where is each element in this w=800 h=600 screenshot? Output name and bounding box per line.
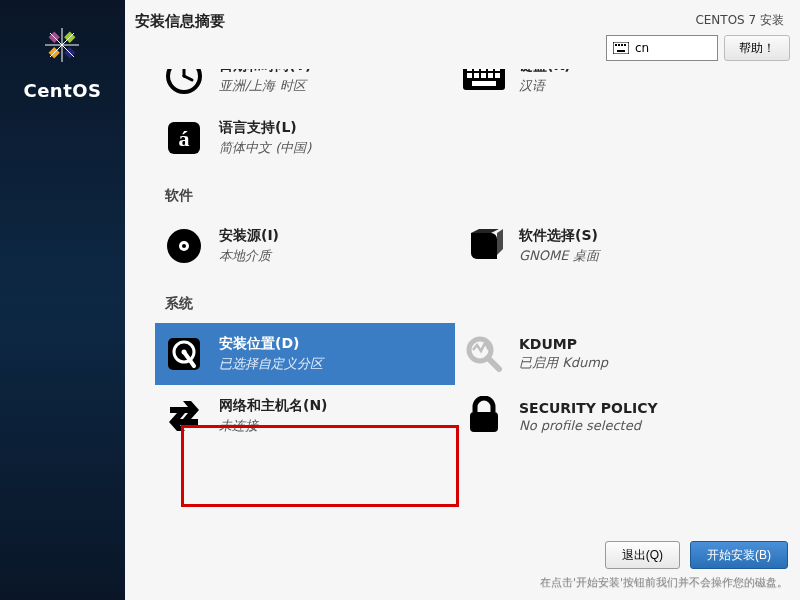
spoke-sub: No profile selected <box>519 418 658 433</box>
clock-icon <box>161 69 207 99</box>
svg-point-33 <box>182 244 186 248</box>
footer-hint: 在点击'开始安装'按钮前我们并不会操作您的磁盘。 <box>125 575 788 590</box>
svg-rect-17 <box>463 69 505 90</box>
spoke-sub: 简体中文 (中国) <box>219 139 311 157</box>
svg-rect-21 <box>488 69 493 71</box>
section-system: 系统 <box>165 295 790 313</box>
product-label: CENTOS 7 安装 <box>606 12 790 29</box>
help-button[interactable]: 帮助！ <box>724 35 790 61</box>
logo: CentOS <box>23 20 101 101</box>
page-title: 安装信息摘要 <box>135 12 606 31</box>
svg-rect-27 <box>495 73 500 78</box>
spoke-sub: 本地介质 <box>219 247 279 265</box>
svg-rect-28 <box>472 81 496 86</box>
spoke-sub: 汉语 <box>519 77 571 95</box>
svg-line-38 <box>488 358 499 369</box>
svg-rect-18 <box>467 69 472 71</box>
svg-rect-25 <box>481 73 486 78</box>
footer: 退出(Q) 开始安装(B) 在点击'开始安装'按钮前我们并不会操作您的磁盘。 <box>125 533 800 600</box>
spoke-security-policy[interactable]: SECURITY POLICY No profile selected <box>455 385 755 447</box>
svg-rect-23 <box>467 73 472 78</box>
svg-line-16 <box>184 76 192 80</box>
svg-rect-22 <box>495 69 500 71</box>
svg-rect-10 <box>618 44 620 46</box>
keyboard-lang: cn <box>635 41 649 55</box>
svg-rect-20 <box>481 69 486 71</box>
spoke-title: 网络和主机名(N) <box>219 397 328 415</box>
topbar: 安装信息摘要 CENTOS 7 安装 cn 帮助！ <box>125 0 800 69</box>
svg-rect-39 <box>470 412 498 432</box>
spoke-title: SECURITY POLICY <box>519 400 658 416</box>
spoke-title: 安装源(I) <box>219 227 279 245</box>
svg-rect-9 <box>615 44 617 46</box>
spoke-title: KDUMP <box>519 336 608 352</box>
spoke-title: 安装位置(D) <box>219 335 323 353</box>
spoke-language[interactable]: á 语言支持(L) 简体中文 (中国) <box>155 107 455 169</box>
spoke-datetime[interactable]: 日期和时间(T) 亚洲/上海 时区 <box>155 69 455 107</box>
magnifier-icon <box>461 331 507 377</box>
begin-install-button[interactable]: 开始安装(B) <box>690 541 788 569</box>
spoke-sub: 亚洲/上海 时区 <box>219 77 311 95</box>
brand-text: CentOS <box>23 80 101 101</box>
spoke-kdump[interactable]: KDUMP 已启用 Kdump <box>455 323 755 385</box>
network-arrows-icon <box>161 393 207 439</box>
svg-rect-26 <box>488 73 493 78</box>
spoke-title: 软件选择(S) <box>519 227 599 245</box>
spoke-software-selection[interactable]: 软件选择(S) GNOME 桌面 <box>455 215 755 277</box>
svg-rect-19 <box>474 69 479 71</box>
svg-rect-8 <box>613 42 629 54</box>
spoke-title: 日期和时间(T) <box>219 69 311 75</box>
spoke-sub: 已启用 Kdump <box>519 354 608 372</box>
spoke-sub: 已选择自定义分区 <box>219 355 323 373</box>
harddisk-icon <box>161 331 207 377</box>
centos-logo-icon <box>37 20 87 70</box>
svg-rect-12 <box>624 44 626 46</box>
section-software: 软件 <box>165 187 790 205</box>
svg-text:á: á <box>179 126 190 151</box>
lock-icon <box>461 393 507 439</box>
svg-rect-11 <box>621 44 623 46</box>
disc-icon <box>161 223 207 269</box>
spoke-install-destination[interactable]: 安装位置(D) 已选择自定义分区 <box>155 323 455 385</box>
package-icon <box>461 223 507 269</box>
keyboard-large-icon <box>461 69 507 99</box>
spoke-install-source[interactable]: 安装源(I) 本地介质 <box>155 215 455 277</box>
keyboard-icon <box>613 42 629 54</box>
svg-rect-13 <box>617 50 625 52</box>
spoke-sub: 未连接 <box>219 417 328 435</box>
spoke-sub: GNOME 桌面 <box>519 247 599 265</box>
keyboard-layout-indicator[interactable]: cn <box>606 35 718 61</box>
sidebar: CentOS <box>0 0 125 600</box>
spoke-keyboard[interactable]: 键盘(K) 汉语 <box>455 69 755 107</box>
quit-button[interactable]: 退出(Q) <box>605 541 680 569</box>
spoke-network[interactable]: 网络和主机名(N) 未连接 <box>155 385 455 447</box>
svg-rect-24 <box>474 73 479 78</box>
spoke-title: 键盘(K) <box>519 69 571 75</box>
spoke-title: 语言支持(L) <box>219 119 311 137</box>
language-icon: á <box>161 115 207 161</box>
